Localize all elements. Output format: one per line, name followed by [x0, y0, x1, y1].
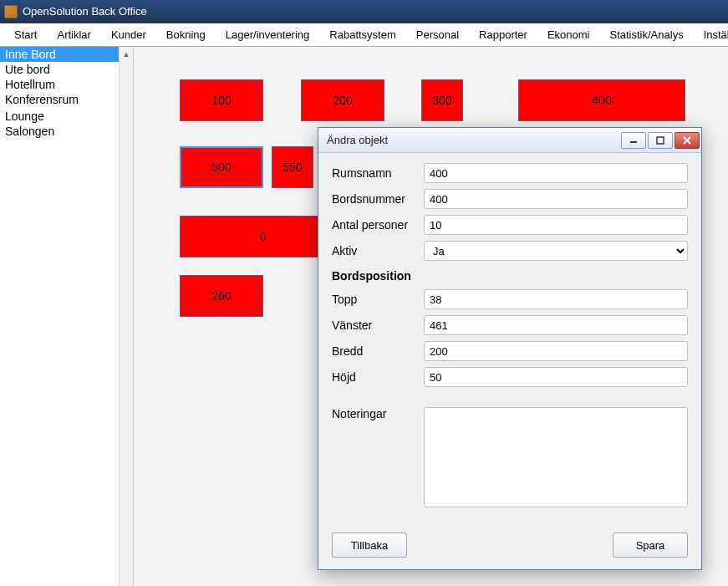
dialog-title: Ändra objekt — [327, 134, 388, 146]
sidebar-item-lounge[interactable]: Lounge — [0, 109, 133, 124]
input-hojd[interactable] — [424, 367, 688, 387]
select-aktiv[interactable]: Ja — [424, 241, 688, 261]
sidebar-item-salongen[interactable]: Salongen — [0, 124, 133, 139]
sidebar-item-inne-bord[interactable]: Inne Bord — [0, 47, 133, 62]
minimize-icon — [629, 136, 638, 145]
label-topp: Topp — [332, 293, 424, 306]
menu-rabattsystem[interactable]: Rabattsystem — [319, 25, 405, 44]
input-topp[interactable] — [424, 289, 688, 309]
save-button[interactable]: Spara — [613, 532, 688, 558]
label-bordsnummer: Bordsnummer — [332, 192, 424, 206]
main-menubar: Start Artiklar Kunder Bokning Lager/inve… — [0, 23, 728, 47]
sidebar-item-hotellrum[interactable]: Hotellrum — [0, 77, 133, 92]
dialog-minimize-button[interactable] — [621, 132, 646, 149]
dialog-close-button[interactable] — [675, 132, 700, 149]
menu-ekonomi[interactable]: Ekonomi — [537, 25, 600, 44]
label-noteringar: Noteringar — [332, 407, 424, 420]
label-rumsnamn: Rumsnamn — [332, 166, 424, 180]
table-block-200[interactable]: 200 — [301, 79, 384, 121]
menu-rapporter[interactable]: Rapporter — [469, 25, 537, 44]
label-bredd: Bredd — [332, 344, 424, 358]
app-title: OpenSolution Back Office — [23, 5, 147, 18]
menu-personal[interactable]: Personal — [406, 25, 469, 44]
sidebar-scrollbar[interactable]: ▲ — [119, 47, 133, 586]
label-aktiv: Aktiv — [332, 244, 424, 257]
menu-artiklar[interactable]: Artiklar — [47, 25, 100, 44]
input-vanster[interactable] — [424, 315, 688, 335]
sidebar: Inne Bord Ute bord Hotellrum Konferensru… — [0, 47, 134, 586]
menu-kunder[interactable]: Kunder — [101, 25, 156, 44]
table-block-100[interactable]: 100 — [180, 79, 263, 121]
menu-start[interactable]: Start — [4, 25, 47, 44]
input-antal-personer[interactable] — [424, 215, 688, 235]
svg-rect-1 — [657, 137, 664, 144]
maximize-icon — [656, 136, 664, 145]
sidebar-item-konferensrum[interactable]: Konferensrum — [0, 92, 133, 107]
scroll-up-icon[interactable]: ▲ — [120, 47, 133, 61]
table-block-260[interactable]: 260 — [180, 275, 263, 317]
table-block-500[interactable]: 500 — [180, 146, 263, 188]
edit-object-dialog: Ändra objekt Rumsnamn Bordsnummer Antal … — [318, 127, 702, 570]
table-block-400[interactable]: 400 — [518, 79, 685, 121]
menu-lager[interactable]: Lager/inventering — [216, 25, 319, 44]
input-rumsnamn[interactable] — [424, 163, 688, 183]
menu-installningar[interactable]: Inställningar — [694, 25, 728, 44]
input-bordsnummer[interactable] — [424, 189, 688, 209]
label-antal-personer: Antal personer — [332, 218, 424, 232]
table-block-300[interactable]: 300 — [421, 79, 463, 121]
app-icon — [4, 5, 18, 18]
label-vanster: Vänster — [332, 318, 424, 332]
dialog-maximize-button[interactable] — [648, 132, 673, 149]
menu-statistik[interactable]: Statistik/Analys — [599, 25, 693, 44]
label-hojd: Höjd — [332, 370, 424, 384]
sidebar-item-ute-bord[interactable]: Ute bord — [0, 62, 133, 77]
input-bredd[interactable] — [424, 341, 688, 361]
back-button[interactable]: Tillbaka — [332, 532, 407, 558]
app-titlebar: OpenSolution Back Office — [0, 0, 728, 23]
heading-bordsposition: Bordsposition — [332, 269, 688, 283]
table-block-550[interactable]: 550 — [272, 146, 313, 188]
textarea-noteringar[interactable] — [424, 407, 688, 507]
menu-bokning[interactable]: Bokning — [156, 25, 216, 44]
dialog-titlebar[interactable]: Ändra objekt — [318, 128, 701, 153]
close-icon — [683, 136, 691, 145]
